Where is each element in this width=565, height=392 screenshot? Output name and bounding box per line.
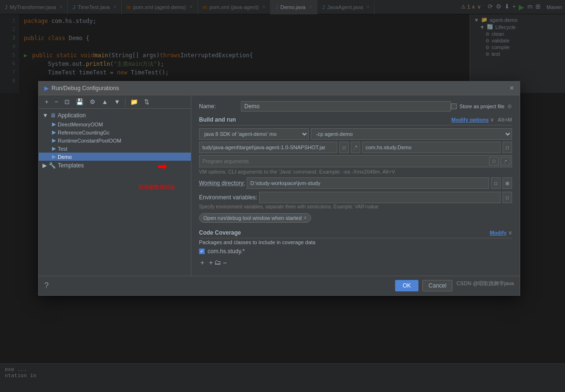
cancel-button[interactable]: Cancel <box>422 280 452 291</box>
modify-chevron-icon: ∨ <box>508 230 512 236</box>
prog-args-input[interactable] <box>199 155 512 167</box>
run-debug-dialog: ▶ Run/Debug Configurations × + − ⊡ 💾 ⚙ ▲… <box>38 81 520 296</box>
bottom-add-row: ＋ ＋🗂 − <box>199 256 512 270</box>
working-dir-label: Working directory: <box>199 180 245 186</box>
right-panel: Name: Store as project file ⚙ Build and … <box>191 95 520 276</box>
code-coverage-title: Code Coverage Modify ∨ <box>199 229 512 238</box>
coverage-packages-label: Packages and classes to include in cover… <box>199 239 512 245</box>
working-dir-expand-button[interactable]: ⊞ <box>502 177 512 189</box>
java-config-icon: ▶ <box>52 145 56 152</box>
cp-select[interactable]: -cp agent-demo <box>311 128 512 140</box>
java-config-icon: ▶ <box>52 154 56 160</box>
env-row: Environment variables: □ <box>199 192 512 203</box>
left-toolbar: + − ⊡ 💾 ⚙ ▲ ▼ 📁 ⇅ <box>39 95 191 109</box>
config-item-directmemoryoom[interactable]: ▶ DirectMemoryOOM <box>39 120 191 128</box>
prog-args-expand-button[interactable]: .* <box>501 157 510 165</box>
build-run-title: Build and run Modify options ∨ Alt+M <box>199 116 512 125</box>
name-input[interactable] <box>241 101 451 112</box>
add-package-button[interactable]: ＋🗂 <box>208 258 221 267</box>
store-label: Store as project file <box>460 103 504 109</box>
sdk-row: java 8 SDK of 'agent-demo' mo -cp agent-… <box>199 128 512 140</box>
folder-config-button[interactable]: 📁 <box>128 97 140 106</box>
dialog-titlebar: ▶ Run/Debug Configurations × <box>39 82 520 95</box>
chip-close-button[interactable]: × <box>303 215 307 221</box>
build-run-section: Build and run Modify options ∨ Alt+M jav… <box>199 116 512 223</box>
expand-arrow-icon: ▶ <box>42 162 47 169</box>
java-config-icon: ▶ <box>52 137 56 144</box>
ok-button[interactable]: OK <box>395 280 419 291</box>
config-group-application[interactable]: ▼ 🖥 Application <box>39 111 191 120</box>
move-up-button[interactable]: ▲ <box>99 97 110 106</box>
config-group-templates[interactable]: ▶ 🔧 Templates <box>39 161 191 170</box>
dialog-close-button[interactable]: × <box>510 84 514 92</box>
env-browse-button[interactable]: □ <box>502 192 512 203</box>
jar-path-row: □ .* □ <box>199 142 512 153</box>
dialog-body: + − ⊡ 💾 ⚙ ▲ ▼ 📁 ⇅ ▼ 🖥 Application ▶ <box>39 95 520 276</box>
dialog-title-text: Run/Debug Configurations <box>52 85 119 92</box>
working-dir-row: Working directory: □ ⊞ <box>199 177 512 189</box>
config-item-label: Test <box>58 146 67 152</box>
remove-coverage-button[interactable]: − <box>223 259 227 267</box>
left-panel: + − ⊡ 💾 ⚙ ▲ ▼ 📁 ⇅ ▼ 🖥 Application ▶ <box>39 95 191 276</box>
footer-right: OK Cancel CSDN @唱歌跳舞学java <box>395 280 514 291</box>
settings-config-button[interactable]: ⚙ <box>87 97 98 106</box>
name-store-row: Name: Store as project file ⚙ <box>199 101 512 112</box>
remove-config-button[interactable]: − <box>52 97 61 106</box>
modify-options-group: Modify options ∨ Alt+M <box>451 116 512 123</box>
chip-label: Open run/debug tool window when started <box>203 215 302 221</box>
prog-args-buttons: □ .* <box>489 157 510 165</box>
dialog-title: ▶ Run/Debug Configurations <box>44 85 119 92</box>
copy-config-button[interactable]: ⊡ <box>62 97 72 106</box>
jar-path-input[interactable] <box>199 142 337 153</box>
sort-config-button[interactable]: ⇅ <box>142 97 152 106</box>
move-down-button[interactable]: ▼ <box>112 97 123 106</box>
vm-hint: VM options. CLI arguments to the 'Java' … <box>199 169 512 175</box>
working-dir-input[interactable] <box>247 177 489 189</box>
prog-args-browse-button[interactable]: □ <box>489 157 499 165</box>
add-config-button[interactable]: + <box>42 97 51 106</box>
modify-link[interactable]: Modify <box>490 230 506 236</box>
coverage-item-0: ✓ com.hs.study.* <box>199 247 512 256</box>
open-run-debug-chip: Open run/debug tool window when started … <box>199 213 311 223</box>
config-item-label: RuntimeConstantPoolOOM <box>58 138 121 144</box>
open-run-debug-row: Open run/debug tool window when started … <box>199 213 512 223</box>
java-config-icon: ▶ <box>52 129 56 135</box>
config-item-label: ReferenceCountingGc <box>58 130 110 135</box>
working-dir-browse-button[interactable]: □ <box>491 177 501 189</box>
coverage-checkbox[interactable]: ✓ <box>199 248 205 254</box>
sdk-select[interactable]: java 8 SDK of 'agent-demo' mo <box>199 128 309 140</box>
env-hint: Specify environment variables, separate … <box>199 204 512 209</box>
application-group-label: Application <box>58 112 86 119</box>
help-icon[interactable]: ? <box>44 281 49 290</box>
expand-arrow-icon: ▼ <box>42 112 48 119</box>
prog-args-container: □ .* <box>199 155 512 167</box>
main-class-input[interactable] <box>362 142 501 153</box>
store-checkbox[interactable] <box>451 103 457 109</box>
watermark: CSDN @唱歌跳舞学java <box>456 280 514 291</box>
config-item-label: DirectMemoryOOM <box>58 122 103 127</box>
store-settings-icon[interactable]: ⚙ <box>507 103 512 110</box>
chevron-down-icon: ∨ <box>490 117 494 123</box>
config-item-referencecountiing[interactable]: ▶ ReferenceCountingGc <box>39 128 191 136</box>
config-item-runtimeconstant[interactable]: ▶ RuntimeConstantPoolOOM <box>39 136 191 144</box>
wrench-icon: 🔧 <box>49 162 56 169</box>
class-browse-button[interactable]: □ <box>502 142 512 153</box>
config-item-test[interactable]: ▶ Test <box>39 144 191 153</box>
modify-group: Modify ∨ <box>490 229 512 236</box>
name-label: Name: <box>199 103 237 110</box>
config-item-demo[interactable]: ▶ Demo <box>39 153 191 161</box>
java-config-icon: ▶ <box>52 121 56 127</box>
name-left: Name: <box>199 101 451 112</box>
add-coverage-button[interactable]: ＋ <box>199 258 206 267</box>
run-debug-icon: ▶ <box>44 85 49 92</box>
env-input[interactable] <box>259 192 501 203</box>
save-config-button[interactable]: 💾 <box>73 97 86 106</box>
alt-hint: Alt+M <box>498 117 512 123</box>
config-item-label: Demo <box>58 154 72 160</box>
modify-options-link[interactable]: Modify options <box>451 117 489 123</box>
coverage-item-label: com.hs.study.* <box>208 248 245 255</box>
toolbar-separator <box>125 98 126 106</box>
templates-label: Templates <box>58 162 84 169</box>
jar-expand-button[interactable]: .* <box>351 142 360 153</box>
jar-browse-button[interactable]: □ <box>339 142 349 153</box>
